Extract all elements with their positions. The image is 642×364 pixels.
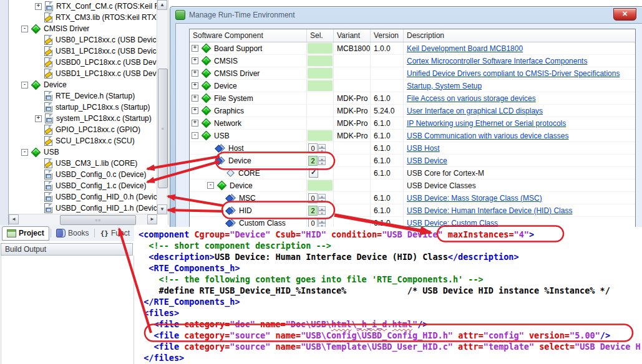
tree-group-item[interactable]: -Device bbox=[9, 79, 157, 90]
rte-row-host[interactable]: Host0▲▼6.1.0USB Host bbox=[190, 142, 635, 155]
tree-expand-box[interactable]: - bbox=[21, 149, 28, 156]
tree-file-item[interactable]: startup_LPC18xx.s (Startup) bbox=[9, 102, 157, 113]
row-expand-box[interactable]: + bbox=[192, 70, 198, 77]
tree-file-item[interactable]: +RTX_Conf_CM.c (RTOS:Keil RT bbox=[9, 1, 157, 12]
column-header-variant[interactable]: Variant bbox=[334, 29, 371, 42]
scroll-up-button[interactable]: ▲ bbox=[157, 0, 167, 10]
description-link[interactable]: Keil Development Board MCB1800 bbox=[407, 44, 523, 53]
tree-vertical-scrollbar[interactable]: ▲ ≡ ▼ bbox=[157, 0, 168, 214]
dialog-titlebar[interactable]: Manage Run-Time Environment ✕ bbox=[170, 7, 642, 23]
tree-file-item[interactable]: USBD_Config_0.c (Device) bbox=[9, 169, 157, 180]
row-expand-box[interactable]: + bbox=[192, 120, 198, 127]
instance-spinner[interactable]: 0▲▼ bbox=[308, 193, 326, 203]
tree-group-item[interactable]: -CMSIS Driver bbox=[9, 23, 157, 34]
description-link[interactable]: USB Device: Mass Storage Class (MSC) bbox=[407, 194, 542, 203]
tree-expand-box[interactable]: - bbox=[21, 26, 28, 32]
spinner-up-button[interactable]: ▲ bbox=[318, 206, 326, 211]
close-button[interactable]: ✕ bbox=[613, 8, 636, 21]
row-expand-box[interactable]: + bbox=[192, 95, 198, 102]
tree-file-item[interactable]: USB_CM3_L.lib (CORE) bbox=[9, 158, 157, 169]
spinner-up-button[interactable]: ▲ bbox=[318, 156, 326, 161]
row-expand-box[interactable]: + bbox=[192, 107, 198, 114]
scroll-left-button[interactable]: ◄ bbox=[9, 214, 19, 224]
code-editor-area[interactable]: <component Cgroup="Device" Csub="HID" co… bbox=[134, 227, 642, 364]
code-token: category= bbox=[184, 330, 230, 340]
tree-file-item[interactable]: USBD_Config_HID_0.h (Device: bbox=[9, 191, 157, 203]
rte-row-usb[interactable]: -USBMDK-Pro6.1.0USB Communication with v… bbox=[190, 130, 635, 142]
description-link[interactable]: Startup, System Setup bbox=[407, 82, 482, 90]
description-link[interactable]: USB Communication with various device cl… bbox=[407, 132, 568, 140]
row-expand-box[interactable]: + bbox=[192, 82, 198, 89]
instance-spinner[interactable]: 2▲▼ bbox=[308, 156, 326, 166]
spinner-down-button[interactable]: ▼ bbox=[318, 198, 326, 203]
rte-row-board-support[interactable]: +Board SupportMCB18001.0.0Keil Developme… bbox=[190, 42, 635, 55]
tree-file-item[interactable]: USB0_LPC18xx.c (USB Device:U bbox=[9, 34, 157, 46]
scroll-down-button[interactable]: ▼ bbox=[157, 204, 167, 214]
description-link[interactable]: USB Device bbox=[407, 156, 447, 165]
rte-row-core[interactable]: CORE✓6.1.0USB Core for Cortex-M bbox=[190, 167, 635, 180]
rte-row-device[interactable]: -DeviceUSB Device Classes bbox=[190, 180, 635, 192]
spinner-down-button[interactable]: ▼ bbox=[318, 161, 326, 165]
description-link[interactable]: Unified Device Drivers compliant to CMSI… bbox=[407, 69, 620, 78]
rte-row-device[interactable]: Device2▲▼6.1.0USB Device bbox=[190, 155, 635, 167]
tree-file-item[interactable]: USBD1_LPC18xx.c (USB Device: bbox=[9, 68, 157, 79]
description-link[interactable]: IP Networking using Ethernet or Serial p… bbox=[407, 119, 566, 128]
tree-file-item[interactable]: GPIO_LPC18xx.c (GPIO) bbox=[9, 124, 157, 135]
tree-file-item[interactable]: +system_LPC18xx.c (Startup) bbox=[9, 113, 157, 124]
horizontal-scroll-thumb[interactable]: ≡≡ bbox=[60, 215, 136, 225]
row-expand-box[interactable]: - bbox=[192, 132, 198, 139]
rte-row-cmsis-driver[interactable]: +CMSIS DriverUnified Device Drivers comp… bbox=[190, 67, 635, 80]
rte-row-file-system[interactable]: +File SystemMDK-Pro6.1.0File Access on v… bbox=[190, 92, 635, 105]
column-header-software-component[interactable]: Software Component bbox=[190, 29, 307, 42]
column-header-sel-[interactable]: Sel. bbox=[307, 29, 334, 42]
tree-expand-box[interactable]: + bbox=[35, 115, 42, 122]
version-cell: 5.24.0 bbox=[371, 105, 404, 117]
tree-file-item[interactable]: SCU_LPC18xx.c (SCU) bbox=[9, 135, 157, 146]
tree-file-item[interactable]: USB1_LPC18xx.c (USB Device:U bbox=[9, 46, 157, 57]
tree-file-item[interactable]: RTX_CM3.lib (RTOS:Keil RTX) bbox=[9, 12, 157, 23]
description-link[interactable]: User Interface on graphical LCD displays bbox=[407, 107, 543, 115]
tree-horizontal-scrollbar[interactable]: ◄ ≡≡ ► bbox=[9, 214, 157, 225]
description-link[interactable]: Cortex Microcontroller Software Interfac… bbox=[407, 57, 587, 65]
instance-spinner[interactable]: 0▲▼ bbox=[308, 143, 326, 153]
tab-project[interactable]: Project bbox=[2, 226, 49, 241]
tab-functions[interactable]: {}Funct bbox=[96, 227, 134, 240]
rte-row-hid[interactable]: HID2▲▼6.1.0USB Device: Human Interface D… bbox=[190, 204, 635, 217]
source-file-icon bbox=[44, 181, 52, 191]
tree-file-item[interactable]: USBD_Config_1.c (Device) bbox=[9, 180, 157, 191]
tree-expand-box[interactable]: + bbox=[35, 3, 42, 10]
rte-row-device[interactable]: +DeviceStartup, System Setup bbox=[190, 80, 635, 92]
vertical-scroll-thumb[interactable]: ≡ bbox=[158, 69, 168, 188]
row-expand-box[interactable]: + bbox=[192, 57, 198, 64]
rte-row-network[interactable]: +NetworkMDK-Pro6.1.0IP Networking using … bbox=[190, 117, 635, 130]
project-tree: +RTX_Conf_CM.c (RTOS:Keil RTRTX_CM3.lib … bbox=[9, 1, 157, 214]
description-link[interactable]: USB Host bbox=[407, 144, 440, 153]
tree-file-item[interactable]: RTE_Device.h (Startup) bbox=[9, 90, 157, 102]
spinner-up-button[interactable]: ▲ bbox=[318, 194, 326, 198]
rte-row-graphics[interactable]: +GraphicsMDK-Pro5.24.0User Interface on … bbox=[190, 105, 635, 117]
instance-spinner[interactable]: 2▲▼ bbox=[308, 206, 326, 216]
spinner-down-button[interactable]: ▼ bbox=[318, 211, 326, 215]
component-name-cell: +Device bbox=[190, 80, 307, 92]
rte-row-msc[interactable]: MSC0▲▼6.1.0USB Device: Mass Storage Clas… bbox=[190, 192, 635, 204]
tree-file-item[interactable]: USBD0_LPC18xx.c (USB Device: bbox=[9, 57, 157, 68]
column-header-description[interactable]: Description bbox=[404, 29, 635, 42]
row-expand-box[interactable]: - bbox=[207, 182, 214, 189]
spinner-up-button[interactable]: ▲ bbox=[318, 219, 326, 223]
selection-checkbox[interactable]: ✓ bbox=[309, 168, 318, 178]
column-header-version[interactable]: Version bbox=[371, 29, 404, 42]
row-expand-box[interactable]: + bbox=[192, 45, 198, 52]
code-token: <description> bbox=[148, 252, 215, 262]
tree-group-item[interactable]: -USB bbox=[9, 146, 157, 158]
spinner-down-button[interactable]: ▼ bbox=[318, 148, 326, 153]
scroll-right-button[interactable]: ► bbox=[147, 214, 157, 224]
rte-row-cmsis[interactable]: +CMSISCortex Microcontroller Software In… bbox=[190, 55, 635, 67]
description-link[interactable]: File Access on various storage devices bbox=[407, 94, 536, 103]
tree-file-item[interactable]: USBD_Config_HID_1.h (Device: bbox=[9, 203, 157, 214]
spinner-up-button[interactable]: ▲ bbox=[318, 144, 326, 148]
tab-books[interactable]: Books bbox=[52, 227, 93, 240]
tree-expand-box[interactable]: - bbox=[21, 82, 28, 89]
description-link[interactable]: USB Device: Custom Class bbox=[407, 219, 498, 228]
description-link[interactable]: USB Device: Human Interface Device (HID)… bbox=[407, 206, 572, 215]
version-cell bbox=[371, 80, 404, 92]
